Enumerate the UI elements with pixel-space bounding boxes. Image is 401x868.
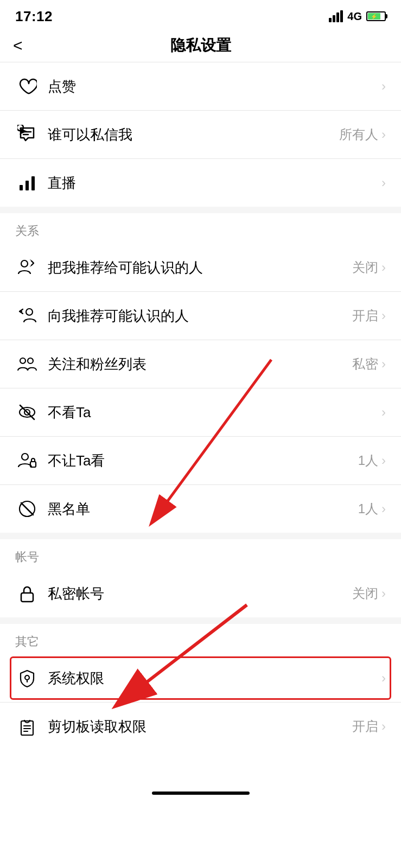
likes-chevron: › <box>381 79 386 94</box>
recommend-me-icon <box>15 256 39 279</box>
private-message-chevron: › <box>381 127 386 142</box>
status-bar: 17:12 4G ⚡ <box>0 0 401 29</box>
blacklist-label: 黑名单 <box>48 500 358 519</box>
clipboard-right: 开启 › <box>352 718 386 735</box>
svg-rect-1 <box>333 15 335 22</box>
status-time: 17:12 <box>15 8 53 25</box>
back-button[interactable]: < <box>13 36 23 55</box>
list-item-no-let-see[interactable]: 不让Ta看 1人 › <box>0 437 401 484</box>
private-account-label: 私密帐号 <box>48 584 352 603</box>
live-chevron: › <box>381 175 386 190</box>
blacklist-chevron: › <box>381 501 386 516</box>
heart-icon <box>15 74 39 98</box>
no-see-right: › <box>381 405 386 420</box>
section-divider-3 <box>0 617 401 624</box>
svg-point-11 <box>26 309 33 315</box>
private-account-right: 关闭 › <box>352 585 386 602</box>
svg-rect-0 <box>329 18 332 22</box>
clipboard-chevron: › <box>381 719 386 734</box>
list-item-recommend-me[interactable]: 把我推荐给可能认识的人 关闭 › <box>0 244 401 291</box>
section-divider-2 <box>0 533 401 539</box>
list-item-likes[interactable]: 点赞 › <box>0 62 401 110</box>
list-item-private-message[interactable]: 谁可以私信我 所有人 › <box>0 111 401 158</box>
no-let-see-label: 不让Ta看 <box>48 451 358 470</box>
svg-rect-9 <box>31 176 35 190</box>
follow-fans-chevron: › <box>381 356 386 372</box>
private-message-value: 所有人 <box>339 126 378 143</box>
svg-rect-8 <box>26 181 29 190</box>
private-account-value: 关闭 <box>352 585 378 602</box>
shield-icon <box>15 666 39 690</box>
system-permission-chevron: › <box>381 671 386 686</box>
svg-point-13 <box>28 358 33 363</box>
svg-line-20 <box>21 503 33 515</box>
recommend-me-label: 把我推荐给可能认识的人 <box>48 258 352 277</box>
no-see-icon <box>15 400 39 424</box>
svg-point-17 <box>22 454 28 460</box>
likes-label: 点赞 <box>48 77 381 96</box>
clipboard-value: 开启 <box>352 718 378 735</box>
svg-rect-21 <box>21 593 33 602</box>
no-let-see-icon <box>15 449 39 473</box>
lock-icon <box>15 582 39 605</box>
battery-icon: ⚡ <box>366 11 386 21</box>
blacklist-value: 1人 <box>358 500 378 518</box>
section-other-label: 其它 <box>0 624 401 654</box>
list-item-system-permission[interactable]: 系统权限 › <box>0 654 401 702</box>
page-title: 隐私设置 <box>170 35 231 56</box>
recommend-me-right: 关闭 › <box>352 259 386 276</box>
list-item-recommend-others[interactable]: 向我推荐可能认识的人 开启 › <box>0 292 401 340</box>
private-account-chevron: › <box>381 586 386 601</box>
network-label: 4G <box>347 10 362 23</box>
recommend-others-label: 向我推荐可能认识的人 <box>48 307 352 326</box>
system-permission-right: › <box>381 671 386 686</box>
list-item-no-see[interactable]: 不看Ta › <box>0 388 401 436</box>
recommend-others-value: 开启 <box>352 307 378 324</box>
private-message-label: 谁可以私信我 <box>48 125 339 144</box>
nav-bar: < 隐私设置 <box>0 29 401 62</box>
section-divider-1 <box>0 207 401 213</box>
section-account-label: 帐号 <box>0 539 401 570</box>
list-item-live[interactable]: 直播 › <box>0 159 401 207</box>
list-item-private-account[interactable]: 私密帐号 关闭 › <box>0 570 401 617</box>
recommend-others-right: 开启 › <box>352 307 386 324</box>
no-see-chevron: › <box>381 405 386 420</box>
no-see-label: 不看Ta <box>48 403 381 422</box>
blacklist-icon <box>15 497 39 521</box>
no-let-see-right: 1人 › <box>358 452 386 469</box>
live-icon <box>15 171 39 195</box>
live-label: 直播 <box>48 174 381 193</box>
likes-right: › <box>381 79 386 94</box>
page-wrapper: 17:12 4G ⚡ < 隐私设置 <box>0 0 401 800</box>
home-indicator <box>0 783 401 800</box>
system-permission-wrapper: 系统权限 › <box>0 654 401 702</box>
live-right: › <box>381 175 386 190</box>
section-guanxi-label: 关系 <box>0 213 401 244</box>
private-message-right: 所有人 › <box>339 126 386 143</box>
svg-rect-2 <box>336 12 339 22</box>
no-let-see-value: 1人 <box>358 452 378 469</box>
follow-fans-value: 私密 <box>352 355 378 373</box>
svg-rect-7 <box>20 185 23 190</box>
home-bar <box>152 792 250 795</box>
recommend-me-value: 关闭 <box>352 259 378 276</box>
follow-fans-label: 关注和粉丝列表 <box>48 355 352 374</box>
svg-point-22 <box>25 675 29 680</box>
recommend-others-chevron: › <box>381 308 386 323</box>
recommend-me-chevron: › <box>381 260 386 275</box>
svg-rect-3 <box>340 10 343 22</box>
svg-point-10 <box>21 260 28 267</box>
clipboard-label: 剪切板读取权限 <box>48 717 352 736</box>
signal-icon <box>329 10 343 22</box>
list-item-blacklist[interactable]: 黑名单 1人 › <box>0 485 401 533</box>
recommend-others-icon <box>15 304 39 328</box>
status-icons: 4G ⚡ <box>329 10 386 23</box>
svg-point-12 <box>20 358 26 363</box>
follow-fans-right: 私密 › <box>352 355 386 373</box>
system-permission-label: 系统权限 <box>48 669 381 688</box>
list-item-clipboard[interactable]: 剪切板读取权限 开启 › <box>0 703 401 750</box>
follow-fans-icon <box>15 352 39 376</box>
list-item-follow-fans[interactable]: 关注和粉丝列表 私密 › <box>0 340 401 388</box>
blacklist-right: 1人 › <box>358 500 386 518</box>
message-icon <box>15 123 39 146</box>
